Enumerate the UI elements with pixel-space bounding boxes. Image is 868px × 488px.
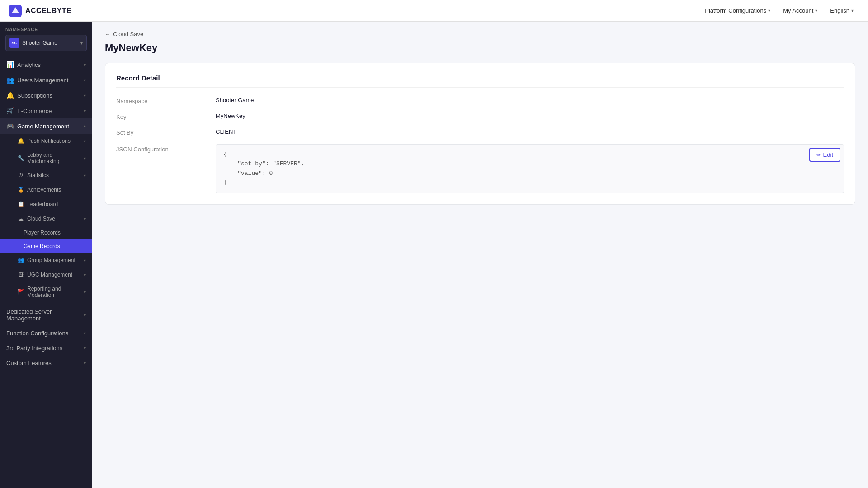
my-account-button[interactable]: My Account ▾ bbox=[778, 5, 823, 17]
set-by-field-value: CLIENT bbox=[216, 128, 844, 135]
namespace-field-value: Shooter Game bbox=[216, 97, 844, 103]
cloud-save-label: Cloud Save bbox=[27, 216, 55, 222]
main-layout: NAMESPACE SG Shooter Game ▾ 📊 Analytics … bbox=[0, 22, 868, 488]
sidebar-item-reporting[interactable]: 🚩 Reporting and Moderation ▾ bbox=[0, 282, 92, 302]
sidebar-divider-2 bbox=[0, 303, 92, 303]
leaderboard-label: Leaderboard bbox=[27, 201, 58, 207]
subscriptions-icon: 🔔 bbox=[6, 92, 14, 99]
users-icon: 👥 bbox=[6, 76, 14, 84]
sidebar-item-game-management[interactable]: 🎮 Game Management ▾ bbox=[0, 118, 92, 134]
main-content: ← Cloud Save MyNewKey Record Detail Name… bbox=[92, 22, 868, 488]
sidebar-item-player-records[interactable]: Player Records bbox=[0, 226, 92, 239]
sidebar-item-game-records[interactable]: Game Records bbox=[0, 239, 92, 253]
namespace-name: Shooter Game bbox=[22, 40, 78, 46]
namespace-field-label: Namespace bbox=[116, 97, 216, 104]
push-notifications-icon: 🔔 bbox=[17, 137, 24, 145]
third-party-chevron-icon: ▾ bbox=[84, 346, 86, 351]
edit-icon: ✏ bbox=[816, 152, 821, 158]
group-management-icon: 👥 bbox=[17, 257, 24, 264]
sidebar-item-statistics[interactable]: ⏱ Statistics ▾ bbox=[0, 168, 92, 183]
ugc-icon: 🖼 bbox=[17, 271, 24, 278]
ecommerce-chevron-icon: ▾ bbox=[84, 108, 86, 113]
json-config-content: { "set_by": "SERVER", "value": 0 } ✏ Edi… bbox=[216, 144, 844, 193]
function-configurations-label: Function Configurations bbox=[6, 330, 68, 337]
logo-text: ACCELBYTE bbox=[25, 7, 71, 15]
ecommerce-label: E-Commerce bbox=[17, 108, 52, 114]
sidebar-item-dedicated-server[interactable]: Dedicated Server Management ▾ bbox=[0, 304, 92, 326]
cloud-save-icon: ☁ bbox=[17, 215, 24, 222]
sidebar-item-push-notifications[interactable]: 🔔 Push Notifications ▾ bbox=[0, 134, 92, 148]
sidebar-item-group-management[interactable]: 👥 Group Management ▾ bbox=[0, 253, 92, 267]
sidebar-item-custom-features[interactable]: Custom Features ▾ bbox=[0, 356, 92, 371]
json-config-value: { "set_by": "SERVER", "value": 0 } bbox=[223, 150, 836, 188]
logo-icon bbox=[9, 5, 22, 17]
page-title: MyNewKey bbox=[105, 42, 855, 54]
lobby-chevron-icon: ▾ bbox=[84, 156, 86, 161]
statistics-icon: ⏱ bbox=[17, 172, 24, 179]
sidebar-item-users-management[interactable]: 👥 Users Management ▾ bbox=[0, 72, 92, 88]
game-management-label: Game Management bbox=[17, 123, 69, 130]
breadcrumb-arrow-icon: ← bbox=[105, 31, 110, 38]
subscriptions-label: Subscriptions bbox=[17, 92, 52, 99]
player-records-label: Player Records bbox=[24, 230, 61, 236]
record-detail-card: Record Detail Namespace Shooter Game Key… bbox=[105, 63, 855, 205]
statistics-label: Statistics bbox=[27, 172, 49, 178]
sidebar-item-third-party[interactable]: 3rd Party Integrations ▾ bbox=[0, 341, 92, 356]
set-by-field-label: Set By bbox=[116, 128, 216, 136]
users-chevron-icon: ▾ bbox=[84, 78, 86, 83]
leaderboard-icon: 📋 bbox=[17, 201, 24, 208]
language-button[interactable]: English ▾ bbox=[825, 5, 859, 17]
analytics-icon: 📊 bbox=[6, 61, 14, 68]
group-chevron-icon: ▾ bbox=[84, 258, 86, 263]
sidebar-item-analytics[interactable]: 📊 Analytics ▾ bbox=[0, 57, 92, 72]
json-config-box: { "set_by": "SERVER", "value": 0 } bbox=[216, 144, 844, 193]
sidebar-item-achievements[interactable]: 🏅 Achievements bbox=[0, 183, 92, 197]
header-right: Platform Configurations ▾ My Account ▾ E… bbox=[699, 5, 859, 17]
breadcrumb: ← Cloud Save bbox=[105, 31, 855, 38]
breadcrumb-cloud-save-link[interactable]: Cloud Save bbox=[113, 31, 143, 38]
platform-configurations-button[interactable]: Platform Configurations ▾ bbox=[699, 5, 776, 17]
key-field-label: Key bbox=[116, 113, 216, 120]
namespace-chevron-icon: ▾ bbox=[80, 41, 83, 46]
svg-marker-0 bbox=[12, 7, 19, 13]
analytics-label: Analytics bbox=[17, 61, 41, 68]
game-management-icon: 🎮 bbox=[6, 122, 14, 130]
achievements-label: Achievements bbox=[27, 187, 61, 193]
custom-features-label: Custom Features bbox=[6, 360, 52, 366]
namespace-avatar: SG bbox=[9, 38, 19, 48]
platform-config-chevron-icon: ▾ bbox=[768, 8, 770, 13]
lobby-icon: 🔧 bbox=[17, 155, 24, 162]
my-account-chevron-icon: ▾ bbox=[815, 8, 817, 13]
subscriptions-chevron-icon: ▾ bbox=[84, 93, 86, 98]
namespace-selector[interactable]: SG Shooter Game ▾ bbox=[5, 35, 87, 51]
dedicated-server-label: Dedicated Server Management bbox=[6, 308, 84, 322]
key-field-value: MyNewKey bbox=[216, 113, 844, 119]
sidebar-item-leaderboard[interactable]: 📋 Leaderboard bbox=[0, 197, 92, 211]
achievements-icon: 🏅 bbox=[17, 186, 24, 193]
card-title: Record Detail bbox=[116, 74, 844, 88]
sidebar-item-cloud-save[interactable]: ☁ Cloud Save ▾ bbox=[0, 211, 92, 226]
sidebar-item-function-configurations[interactable]: Function Configurations ▾ bbox=[0, 326, 92, 341]
sidebar-item-lobby-matchmaking[interactable]: 🔧 Lobby and Matchmaking ▾ bbox=[0, 148, 92, 168]
push-notifications-chevron-icon: ▾ bbox=[84, 139, 86, 144]
namespace-section: NAMESPACE SG Shooter Game ▾ bbox=[0, 22, 92, 55]
sidebar-item-ecommerce[interactable]: 🛒 E-Commerce ▾ bbox=[0, 103, 92, 118]
custom-features-chevron-icon: ▾ bbox=[84, 361, 86, 366]
sidebar-divider bbox=[0, 56, 92, 56]
ecommerce-icon: 🛒 bbox=[6, 107, 14, 114]
sidebar-item-ugc-management[interactable]: 🖼 UGC Management ▾ bbox=[0, 267, 92, 282]
key-row: Key MyNewKey bbox=[116, 113, 844, 120]
reporting-chevron-icon: ▾ bbox=[84, 290, 86, 295]
reporting-icon: 🚩 bbox=[17, 288, 24, 296]
sidebar: NAMESPACE SG Shooter Game ▾ 📊 Analytics … bbox=[0, 22, 92, 488]
function-config-chevron-icon: ▾ bbox=[84, 331, 86, 336]
dedicated-server-chevron-icon: ▾ bbox=[84, 313, 86, 318]
statistics-chevron-icon: ▾ bbox=[84, 173, 86, 178]
game-records-label: Game Records bbox=[24, 243, 60, 249]
reporting-label: Reporting and Moderation bbox=[27, 286, 84, 298]
cloud-save-chevron-icon: ▾ bbox=[84, 216, 86, 221]
push-notifications-label: Push Notifications bbox=[27, 138, 71, 144]
group-management-label: Group Management bbox=[27, 257, 75, 263]
edit-button[interactable]: ✏ Edit bbox=[809, 148, 840, 162]
sidebar-item-subscriptions[interactable]: 🔔 Subscriptions ▾ bbox=[0, 88, 92, 103]
